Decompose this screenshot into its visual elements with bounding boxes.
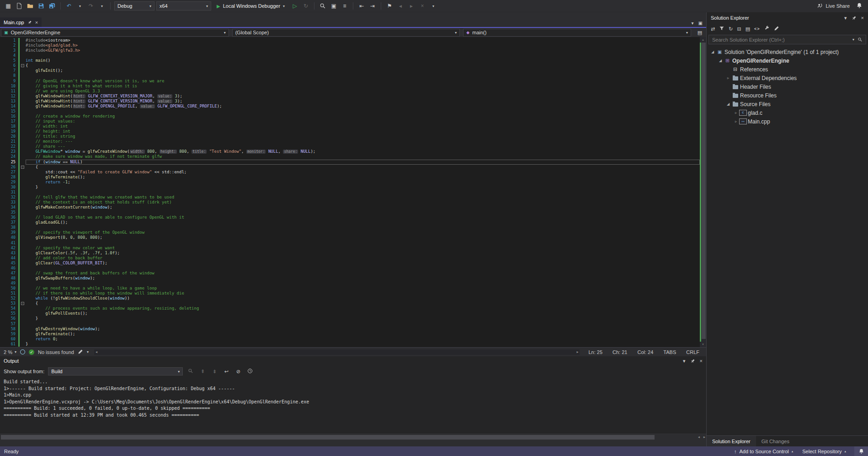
search-options-icon[interactable]: ▾	[852, 38, 854, 42]
tabs-indicator[interactable]: TABS	[660, 349, 679, 355]
attach-to-process-icon[interactable]: ▣	[329, 1, 338, 11]
code-line-text[interactable]: {	[26, 63, 700, 68]
code-line[interactable]: 2#include<glad/glad.h>	[0, 43, 700, 48]
code-line-text[interactable]: glfwWindowHint(hint: GLFW_CONTEXT_VERSIO…	[26, 99, 700, 104]
line-number[interactable]: 30	[0, 185, 18, 190]
code-line[interactable]: 46	[0, 266, 700, 271]
outline-margin[interactable]	[20, 316, 26, 321]
code-line[interactable]: 16 // create a window for rendering	[0, 114, 700, 119]
line-number[interactable]: 1	[0, 38, 18, 43]
outline-margin[interactable]	[20, 175, 26, 180]
code-line-text[interactable]: }	[26, 185, 700, 190]
outline-margin[interactable]	[20, 154, 26, 159]
code-line[interactable]: 56 }	[0, 316, 700, 321]
code-line[interactable]: 45 glClear(GL_COLOR_BUFFER_BIT);	[0, 261, 700, 266]
line-number[interactable]: 50	[0, 286, 18, 291]
code-line[interactable]: 39 // specify the viewport of the OpenGL…	[0, 230, 700, 235]
view-code-icon[interactable]: <>	[754, 27, 760, 31]
code-line-text[interactable]: // height: int	[26, 129, 700, 134]
code-line[interactable]: 60 return 0;	[0, 337, 700, 342]
code-line-text[interactable]: // make sure window was made, if not ter…	[26, 154, 700, 159]
redo-icon[interactable]: ↷	[86, 1, 96, 11]
code-line[interactable]: 11 // we are using OpenGL 3.3	[0, 89, 700, 94]
outline-margin[interactable]	[20, 332, 26, 337]
active-files-chevron-icon[interactable]: ▾	[692, 21, 694, 26]
outline-margin[interactable]	[20, 266, 26, 271]
tree-item[interactable]: Resource Files	[707, 91, 868, 100]
code-line-text[interactable]: }	[26, 316, 700, 321]
collapse-box-icon[interactable]: -	[21, 166, 24, 169]
code-line-text[interactable]	[26, 190, 700, 195]
tree-item[interactable]: ◢⊞OpenGlRenderEngine	[707, 56, 868, 65]
line-number[interactable]: 39	[0, 230, 18, 235]
code-line-text[interactable]: // the context is an object that holds s…	[26, 200, 700, 205]
toggle-bookmark-icon[interactable]: ⚑	[385, 1, 394, 11]
code-line-text[interactable]: // swap the front and back buffers of th…	[26, 271, 700, 276]
code-line[interactable]: 61}	[0, 342, 700, 347]
code-line-text[interactable]: // we need to have a while loop, like a …	[26, 286, 700, 291]
output-horizontal-scrollbar[interactable]: ◂ ▸	[0, 434, 706, 440]
outline-margin[interactable]	[20, 286, 26, 291]
outline-margin[interactable]	[20, 276, 26, 281]
outline-margin[interactable]	[20, 170, 26, 175]
member-dropdown[interactable]: ◆ main() ▾	[463, 29, 691, 37]
code-line[interactable]: 54 // process events such as window appe…	[0, 306, 700, 311]
outline-margin[interactable]	[20, 109, 26, 114]
outline-margin[interactable]	[20, 235, 26, 240]
code-line-text[interactable]	[26, 109, 700, 114]
window-position-icon[interactable]: ▾	[844, 15, 847, 21]
start-debugging-button[interactable]: ▶ Local Windows Debugger ▾	[213, 1, 288, 11]
code-line[interactable]: 18 // width: int	[0, 124, 700, 129]
code-line-text[interactable]: glfwSwapBuffers(window);	[26, 276, 700, 281]
line-number[interactable]: 17	[0, 119, 18, 124]
line-number[interactable]: 6	[0, 63, 18, 68]
code-line-text[interactable]	[26, 241, 700, 246]
line-number[interactable]: 4	[0, 53, 18, 58]
output-source-dropdown[interactable]: Build▾	[48, 367, 183, 376]
outline-margin[interactable]	[20, 99, 26, 104]
outline-margin[interactable]	[20, 38, 26, 43]
code-line-text[interactable]: // giving it a hint to what version it i…	[26, 84, 700, 89]
code-line[interactable]: 55 glfwPollEvents();	[0, 311, 700, 316]
outline-margin[interactable]	[20, 306, 26, 311]
tab-solution-explorer[interactable]: Solution Explorer	[707, 436, 756, 446]
code-line[interactable]: 10 // giving it a hint to what version i…	[0, 84, 700, 89]
outline-margin[interactable]	[20, 119, 26, 124]
code-line-text[interactable]: glfwTerminate();	[26, 332, 700, 337]
solution-search-input[interactable]: Search Solution Explorer (Ctrl+;) ▾	[708, 35, 866, 44]
filter-icon[interactable]	[719, 26, 724, 32]
outline-margin[interactable]	[20, 79, 26, 84]
outline-margin[interactable]	[20, 246, 26, 251]
line-number[interactable]: 37	[0, 220, 18, 225]
show-all-files-icon[interactable]: ▤	[746, 26, 750, 32]
outline-margin[interactable]	[20, 241, 26, 246]
code-line-text[interactable]: // width: int	[26, 124, 700, 129]
tab-git-changes[interactable]: Git Changes	[756, 436, 795, 446]
line-number[interactable]: 15	[0, 109, 18, 114]
line-number[interactable]: 38	[0, 225, 18, 230]
code-line[interactable]: 22 // share ---	[0, 144, 700, 149]
outline-margin[interactable]	[20, 160, 26, 165]
line-number[interactable]: 61	[0, 342, 18, 347]
tree-item[interactable]: ▹Cglad.c	[707, 108, 868, 117]
outline-margin[interactable]	[20, 84, 26, 89]
line-number[interactable]: 41	[0, 241, 18, 246]
code-line[interactable]: 9 // OpenGL doesn't know what version it…	[0, 79, 700, 84]
outline-margin[interactable]	[20, 144, 26, 149]
code-line-text[interactable]: glfwDestroyWindow(window);	[26, 327, 700, 332]
code-line-text[interactable]: // specify the viewport of the OpenGL wi…	[26, 230, 700, 235]
code-line-text[interactable]: while (!glfwWindowShouldClose(window))	[26, 296, 700, 301]
outline-margin[interactable]	[20, 190, 26, 195]
outline-margin[interactable]	[20, 149, 26, 154]
select-repository-button[interactable]: Select Repository ▴	[801, 446, 847, 456]
code-line-text[interactable]	[26, 73, 700, 78]
line-number[interactable]: 23	[0, 149, 18, 154]
code-line[interactable]: 20 // title: string	[0, 134, 700, 139]
code-line[interactable]: 33 // the context is an object that hold…	[0, 200, 700, 205]
outline-margin[interactable]	[20, 104, 26, 109]
code-line[interactable]: 40 glViewport(0, 0, 800, 800);	[0, 235, 700, 240]
outline-margin[interactable]: -	[20, 301, 26, 306]
line-number[interactable]: 54	[0, 306, 18, 311]
scroll-right-icon[interactable]: ▸	[576, 350, 578, 354]
outline-margin[interactable]	[20, 251, 26, 256]
